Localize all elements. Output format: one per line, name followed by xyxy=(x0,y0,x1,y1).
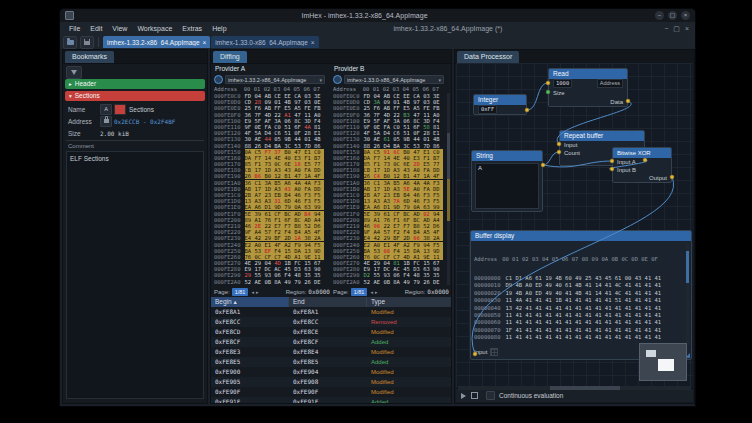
tab-close-icon[interactable]: × xyxy=(203,39,207,46)
menu-window-control-icon[interactable]: − xyxy=(664,22,668,35)
node-buffer-title: Buffer display xyxy=(471,231,691,241)
table-row[interactable]: 0xFE90F0xFE90FModified xyxy=(211,387,451,397)
page-next-icon[interactable]: ▸ xyxy=(256,289,259,295)
menu-window-controls: −▢× xyxy=(664,22,689,35)
table-row[interactable]: 0xFE9000xFE904Modified xyxy=(211,367,451,377)
column-type[interactable]: Type xyxy=(367,297,451,307)
tab-diffing[interactable]: Diffing xyxy=(213,51,247,63)
hex-scrollbar[interactable] xyxy=(447,93,450,285)
integer-value-input[interactable]: 0xFF xyxy=(478,105,497,114)
menu-workspace[interactable]: Workspace xyxy=(132,25,177,32)
table-row[interactable]: 0xFE8E30xFE8E4Modified xyxy=(211,347,451,357)
node-integer[interactable]: Integer 0xFF xyxy=(473,94,527,115)
string-value-input[interactable]: A xyxy=(475,163,539,209)
bookmark-entry-sections[interactable]: ▾Sections xyxy=(65,91,205,101)
hex-address: 000FE0C0 xyxy=(214,93,241,99)
rename-button[interactable]: A xyxy=(100,104,112,115)
bookmark-entry-header[interactable]: ▸Header xyxy=(65,79,205,89)
diffing-tabbar: Diffing xyxy=(211,50,451,64)
lock-button[interactable] xyxy=(100,116,112,127)
comment-textarea[interactable]: ELF Sections xyxy=(66,151,204,399)
folder-icon xyxy=(67,40,74,45)
hex-address: 000FE150 xyxy=(333,149,360,155)
window-control-minimize-icon[interactable]: − xyxy=(655,11,664,20)
provider-b-select[interactable]: imhex-1.33.0-x86_64.AppImage ▾ xyxy=(344,75,444,84)
menu-view[interactable]: View xyxy=(107,25,132,32)
bookmark-name-row: Name A Sections xyxy=(68,103,203,115)
page-prev-icon[interactable]: ◂ xyxy=(370,289,373,295)
column-end[interactable]: End xyxy=(289,297,367,307)
hex-address: 000FE130 xyxy=(333,136,360,142)
hex-address: 000FE210 xyxy=(333,223,360,229)
window-control-maximize-icon[interactable]: ▢ xyxy=(668,11,677,20)
column-begin[interactable]: Begin ▴ xyxy=(211,297,289,307)
menu-window-control-icon[interactable]: ▢ xyxy=(673,22,680,35)
menu-file[interactable]: File xyxy=(64,25,85,32)
node-read[interactable]: Read 1000Address Size Data xyxy=(548,68,628,107)
node-string[interactable]: String A xyxy=(471,150,543,212)
menu-help[interactable]: Help xyxy=(207,25,231,32)
cell-type: Modified xyxy=(367,327,451,337)
node-repeat-title: Repeat buffer xyxy=(560,131,644,141)
step-icon[interactable] xyxy=(471,392,478,399)
title-bar[interactable]: ImHex - imhex-1.33.2-x86_64.AppImage −▢× xyxy=(60,9,695,23)
table-row[interactable]: 0xFE8CC0xFE8CCRemoved xyxy=(211,317,451,327)
page-next-icon[interactable]: ▸ xyxy=(375,289,378,295)
page-value[interactable]: 1/81 xyxy=(232,288,249,296)
hex-row[interactable]: 000FE2A052 AE 0B 8A 49 79 26 DE xyxy=(214,279,331,285)
hex-view-provider-b[interactable]: 000FE0C0FD 04 AB CE EE CA 03 3E 000FE0D0… xyxy=(333,93,450,285)
save-icon xyxy=(84,39,90,45)
node-bitwise-xor[interactable]: Bitwise XOR Input A Input B Output xyxy=(612,147,672,183)
diffing-panel: Diffing Provider A Provider B imhex-1.33… xyxy=(210,49,452,404)
node-buffer-display[interactable]: Buffer display Address00 01 02 03 04 05 … xyxy=(470,230,692,360)
continuous-evaluation-label: Continuous evaluation xyxy=(499,392,563,399)
app-icon xyxy=(65,11,74,20)
run-icon[interactable] xyxy=(461,393,466,399)
provider-a-select[interactable]: imhex-1.33.2-x86_64.AppImage ▾ xyxy=(225,75,325,84)
imhex-window: ImHex - imhex-1.33.2-x86_64.AppImage −▢×… xyxy=(59,8,696,407)
menu-window-control-icon[interactable]: × xyxy=(685,22,689,35)
bookmark-filter-button[interactable] xyxy=(66,66,82,79)
color-swatch[interactable] xyxy=(114,104,126,115)
read-size-input[interactable]: 1000 xyxy=(553,79,572,88)
hex-address: 000FE0D0 xyxy=(333,99,360,105)
tab-bookmarks[interactable]: Bookmarks xyxy=(65,51,114,63)
hex-address: 000FE1E0 xyxy=(214,204,241,210)
hex-address: 000FE230 xyxy=(333,235,360,241)
hex-view-provider-a[interactable]: 000FE0C0FD 04 AB CE EE CA 03 3E 000FE0D0… xyxy=(214,93,331,285)
open-file-button[interactable] xyxy=(63,36,77,49)
menu-edit[interactable]: Edit xyxy=(85,25,107,32)
cell-begin: 0xFE90F xyxy=(211,387,289,397)
continuous-evaluation-checkbox[interactable] xyxy=(486,391,495,400)
cell-begin: 0xFE8CD xyxy=(211,327,289,337)
cell-type: Added xyxy=(367,397,451,403)
table-row[interactable]: 0xFE8A10xFE8A1Modified xyxy=(211,307,451,317)
node-editor-minimap[interactable] xyxy=(639,343,687,381)
address-value[interactable]: 0x2ECCB - 0x2F4BF xyxy=(114,118,175,125)
region-value: 0x0000 xyxy=(427,288,449,295)
window-control-close-icon[interactable]: × xyxy=(681,11,690,20)
tab-close-icon[interactable]: × xyxy=(311,39,315,46)
file-tab[interactable]: imhex-1.33.2-x86_64.AppImage× xyxy=(103,36,210,48)
table-row[interactable]: 0xFE91F0xFE91FAdded xyxy=(211,397,451,403)
save-button[interactable] xyxy=(80,36,94,49)
file-tab[interactable]: imhex-1.33.0-x86_64.AppImage× xyxy=(211,36,318,48)
hex-row[interactable]: 000FE2A052 AE 0B 8A 49 79 26 DE xyxy=(333,279,450,285)
hex-address: 000FE1E0 xyxy=(333,204,360,210)
buffer-scrollbar[interactable] xyxy=(686,243,689,345)
page-value[interactable]: 1/81 xyxy=(351,288,368,296)
canvas-h-scrollbar[interactable] xyxy=(458,386,691,390)
table-row[interactable]: 0xFE8E50xFE8E5Added xyxy=(211,357,451,367)
hex-address: 000FE140 xyxy=(333,143,360,149)
hex-address: 000FE1A0 xyxy=(333,180,360,186)
page-prev-icon[interactable]: ◂ xyxy=(251,289,254,295)
table-row[interactable]: 0xFE8CF0xFE8CFAdded xyxy=(211,337,451,347)
table-row[interactable]: 0xFE9050xFE908Modified xyxy=(211,377,451,387)
table-row[interactable]: 0xFE8CD0xFE8CEModified xyxy=(211,327,451,337)
cell-end: 0xFE8CF xyxy=(289,337,367,347)
menu-extras[interactable]: Extras xyxy=(177,25,207,32)
file-tab-label: imhex-1.33.2-x86_64.AppImage xyxy=(107,39,200,46)
hex-address: 000FE240 xyxy=(333,242,360,248)
tab-data-processor[interactable]: Data Processor xyxy=(457,51,519,63)
node-canvas[interactable]: Integer 0xFF Read 1000Address Size Data … xyxy=(456,63,693,393)
